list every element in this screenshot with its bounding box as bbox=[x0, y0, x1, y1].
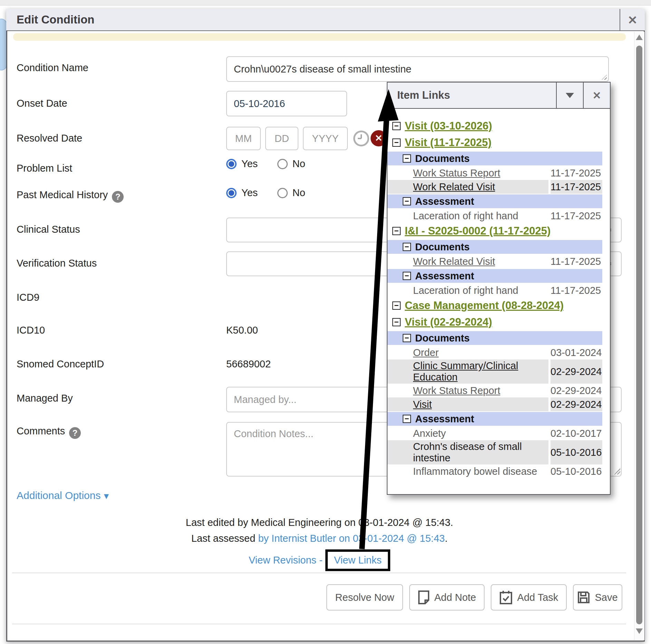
last-assessed-link[interactable]: by Internist Butler on 03-01-2024 @ 15:4… bbox=[258, 533, 445, 544]
snomed-label: Snomed ConceptID bbox=[17, 358, 104, 370]
panel-minimize-button[interactable] bbox=[556, 83, 583, 108]
save-label: Save bbox=[595, 592, 618, 603]
tree-item-date: 02-10-2017 bbox=[551, 426, 602, 440]
save-button[interactable]: Save bbox=[573, 584, 622, 611]
clear-date-icon[interactable]: ✕ bbox=[371, 130, 387, 146]
tree-item-row: Order03-01-2024 bbox=[387, 346, 602, 359]
condition-name-input[interactable] bbox=[226, 56, 609, 82]
problem-list-yes-radio[interactable] bbox=[226, 159, 237, 169]
tree-item-date: 11-17-2025 bbox=[551, 254, 602, 268]
help-icon[interactable]: ? bbox=[69, 427, 81, 439]
collapse-icon[interactable]: − bbox=[403, 415, 411, 423]
tree-group-label[interactable]: Visit (02-29-2024) bbox=[405, 316, 492, 328]
collapse-icon[interactable]: − bbox=[392, 138, 401, 147]
collapse-icon[interactable]: − bbox=[392, 122, 401, 130]
resolved-day-input[interactable] bbox=[265, 127, 298, 150]
onset-date-input[interactable] bbox=[226, 91, 347, 116]
tree-item-row: Laceration of right hand11-17-2025 bbox=[387, 283, 602, 297]
tree-item-date: 02-29-2024 bbox=[551, 384, 602, 397]
collapse-icon[interactable]: − bbox=[403, 243, 411, 251]
tree-group-row: −I&I - S2025-0002 (11-17-2025) bbox=[387, 223, 610, 239]
tree-group-label[interactable]: Visit (03-10-2026) bbox=[405, 120, 492, 132]
tree-group-label[interactable]: I&I - S2025-0002 (11-17-2025) bbox=[405, 225, 551, 237]
pmh-yes-radio[interactable] bbox=[226, 188, 237, 198]
view-links-link[interactable]: View Links bbox=[334, 555, 382, 566]
icd10-label: ICD10 bbox=[17, 325, 45, 336]
condition-name-label: Condition Name bbox=[17, 62, 88, 74]
tree-section-label[interactable]: Assessment bbox=[415, 413, 474, 425]
collapse-icon[interactable]: − bbox=[392, 318, 401, 326]
problem-list-yes-label: Yes bbox=[241, 158, 258, 169]
collapse-icon[interactable]: − bbox=[403, 154, 411, 163]
bottom-divider bbox=[12, 624, 626, 624]
add-note-label: Add Note bbox=[434, 592, 476, 603]
add-task-button[interactable]: Add Task bbox=[491, 584, 567, 611]
tree-item-label[interactable]: Work Status Report bbox=[387, 166, 548, 180]
save-icon bbox=[577, 591, 590, 604]
tree-item-label[interactable]: Order bbox=[387, 346, 548, 359]
tree-item-date: 02-29-2024 bbox=[551, 359, 602, 384]
tree-item-label: Anxiety bbox=[387, 426, 548, 440]
tree-item-date: 05-10-2016 bbox=[551, 464, 602, 478]
clinical-status-label: Clinical Status bbox=[17, 224, 80, 235]
clock-icon[interactable] bbox=[353, 131, 369, 146]
icd9-label: ICD9 bbox=[17, 292, 39, 303]
tree-section-label[interactable]: Documents bbox=[415, 241, 470, 253]
resolved-month-input[interactable] bbox=[226, 127, 261, 150]
tree-item-date: 11-17-2025 bbox=[551, 180, 602, 194]
modal-titlebar: Edit Condition bbox=[6, 9, 645, 31]
help-icon[interactable]: ? bbox=[112, 191, 124, 203]
background-button-fragment bbox=[0, 19, 7, 70]
tree-item-date: 11-17-2025 bbox=[551, 209, 602, 223]
scroll-down-icon[interactable] bbox=[636, 628, 643, 634]
view-revisions-link[interactable]: View Revisions bbox=[249, 555, 316, 566]
collapse-icon[interactable]: − bbox=[403, 272, 411, 280]
revision-links-row: View Revisions - View Links bbox=[12, 549, 627, 571]
tree-item-label[interactable]: Clinic Summary/Clinical Education bbox=[387, 359, 548, 384]
tree-item-label[interactable]: Visit bbox=[387, 397, 548, 411]
add-note-button[interactable]: Add Note bbox=[409, 584, 485, 611]
tree-item-date: 05-10-2016 bbox=[551, 440, 602, 464]
note-icon bbox=[418, 590, 430, 604]
edit-condition-screen: Edit Condition ✕ Condition Name Onset Da… bbox=[0, 0, 651, 644]
tree-item-row: Clinic Summary/Clinical Education02-29-2… bbox=[387, 359, 602, 384]
collapse-icon[interactable]: − bbox=[392, 301, 401, 310]
modal-scrollbar-thumb[interactable] bbox=[636, 46, 642, 624]
tree-group-label[interactable]: Visit (11-17-2025) bbox=[405, 136, 491, 149]
tree-item-row: Work Related Visit11-17-2025 bbox=[387, 180, 602, 194]
collapse-icon[interactable]: − bbox=[392, 227, 401, 235]
panel-close-button[interactable]: ✕ bbox=[583, 83, 610, 108]
pmh-no-radio[interactable] bbox=[277, 188, 288, 198]
tree-item-row: Work Status Report11-17-2025 bbox=[387, 166, 602, 180]
additional-options-link[interactable]: Additional Options ▼ bbox=[17, 490, 111, 501]
modal-close-button[interactable]: ✕ bbox=[620, 9, 645, 31]
resolved-year-input[interactable] bbox=[303, 127, 348, 150]
scroll-up-icon[interactable] bbox=[636, 35, 643, 40]
problem-list-no-radio[interactable] bbox=[277, 159, 288, 169]
item-links-header[interactable]: Item Links ✕ bbox=[387, 83, 610, 109]
tree-item-label[interactable]: Work Related Visit bbox=[387, 254, 548, 268]
managed-by-label: Managed By bbox=[17, 393, 73, 404]
tree-item-label[interactable]: Work Status Report bbox=[387, 384, 548, 397]
tree-item-date: 11-17-2025 bbox=[551, 283, 602, 297]
collapse-icon[interactable]: − bbox=[403, 197, 411, 205]
highlight-band bbox=[13, 33, 626, 41]
tree-section-label[interactable]: Documents bbox=[415, 153, 470, 164]
tree-item-row: Anxiety02-10-2017 bbox=[387, 426, 602, 440]
last-assessed-suffix: . bbox=[445, 533, 448, 544]
resolve-now-button[interactable]: Resolve Now bbox=[326, 584, 403, 611]
resolve-now-label: Resolve Now bbox=[335, 592, 394, 603]
tree-section-row: −Documents bbox=[387, 331, 602, 345]
tree-section-label[interactable]: Documents bbox=[415, 333, 470, 344]
tree-section-row: −Documents bbox=[387, 240, 602, 254]
collapse-icon[interactable]: − bbox=[403, 334, 411, 342]
tree-section-label[interactable]: Assessment bbox=[415, 270, 474, 282]
tree-group-label[interactable]: Case Management (08-28-2024) bbox=[405, 299, 564, 312]
tree-section-row: −Documents bbox=[387, 152, 602, 165]
chevron-down-icon: ▼ bbox=[102, 491, 111, 501]
tree-section-row: −Assessment bbox=[387, 269, 602, 283]
add-task-label: Add Task bbox=[517, 592, 558, 603]
tree-item-label[interactable]: Work Related Visit bbox=[387, 180, 548, 194]
link-separator: - bbox=[319, 555, 323, 566]
tree-section-label[interactable]: Assessment bbox=[415, 196, 474, 207]
